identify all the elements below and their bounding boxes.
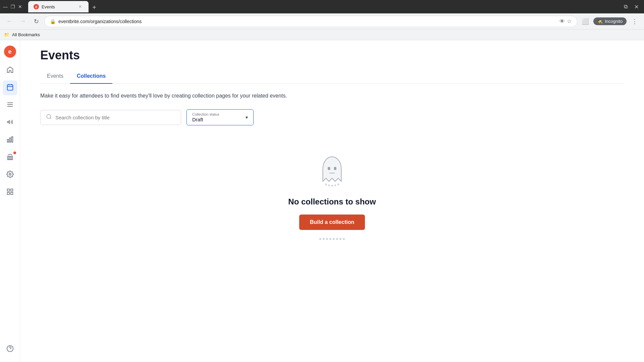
svg-point-25: [334, 184, 336, 186]
search-icon: [46, 114, 52, 121]
eye-slash-icon: 👁: [559, 18, 565, 24]
megaphone-icon: [6, 118, 14, 127]
sidebar-item-analytics[interactable]: [3, 133, 17, 147]
profile-button[interactable]: ⬜: [580, 16, 591, 27]
bookmarks-folder-icon: 📁: [4, 32, 9, 37]
calendar-icon: [6, 83, 14, 93]
svg-point-10: [9, 173, 11, 175]
tab-collections[interactable]: Collections: [70, 69, 112, 84]
new-tab-button[interactable]: +: [89, 2, 99, 12]
dot-3: [326, 238, 328, 240]
search-input[interactable]: [55, 115, 175, 120]
address-text: eventbrite.com/organizations/collections: [58, 19, 557, 24]
sidebar-item-list[interactable]: [3, 98, 17, 113]
page-title: Events: [40, 48, 624, 62]
restore-button[interactable]: ⧉: [621, 2, 630, 11]
status-label-text: Collection status: [192, 112, 242, 117]
svg-point-23: [328, 184, 330, 186]
filter-row: Collection status Draft ▾: [40, 109, 624, 125]
home-icon: [6, 66, 14, 75]
sidebar: e: [0, 40, 20, 362]
divider-dots: [319, 238, 345, 240]
page-description: Make it easy for attendees to find event…: [40, 92, 624, 100]
minimize-button[interactable]: —: [3, 4, 8, 9]
dot-4: [329, 238, 331, 240]
svg-rect-20: [334, 167, 336, 170]
dot-7: [339, 238, 341, 240]
empty-state: No collections to show Build a collectio…: [40, 139, 624, 260]
svg-rect-9: [11, 136, 13, 142]
sidebar-item-home[interactable]: [3, 63, 17, 78]
svg-rect-11: [7, 189, 9, 191]
svg-point-22: [325, 184, 327, 186]
incognito-label: Incognito: [605, 19, 623, 24]
chart-icon: [6, 136, 14, 145]
dot-6: [336, 238, 338, 240]
help-icon: [6, 345, 14, 354]
tab-events[interactable]: Events: [40, 69, 70, 84]
sidebar-item-calendar[interactable]: [3, 80, 17, 95]
browser-right-icons: ⬜ 🕵 Incognito ⋮: [580, 16, 640, 27]
empty-state-title: No collections to show: [288, 197, 376, 206]
sidebar-item-apps[interactable]: [3, 185, 17, 200]
bank-icon: [6, 153, 14, 162]
status-select-label: Collection status Draft: [192, 112, 242, 122]
address-icons: 👁 ☆: [559, 18, 572, 24]
window-controls: — ❐ ✕: [3, 4, 23, 9]
refresh-button[interactable]: ↻: [31, 16, 42, 27]
maximize-button[interactable]: ❐: [10, 4, 15, 9]
tab-title: Events: [42, 4, 74, 9]
status-value-text: Draft: [192, 117, 242, 122]
svg-point-17: [47, 114, 51, 118]
title-bar: — ❐ ✕ e Events ✕ + ⧉ ✕: [0, 0, 644, 13]
badge: [13, 152, 16, 154]
sidebar-item-finance[interactable]: [3, 150, 17, 165]
sidebar-logo[interactable]: e: [4, 46, 16, 58]
tab-bar: e Events ✕ +: [25, 1, 619, 12]
tab-favicon: e: [34, 4, 39, 9]
svg-rect-13: [7, 192, 9, 194]
apps-icon: [6, 188, 14, 197]
svg-rect-7: [7, 139, 8, 142]
svg-rect-14: [10, 192, 12, 194]
sidebar-item-megaphone[interactable]: [3, 115, 17, 130]
sidebar-item-help[interactable]: [3, 342, 17, 357]
build-collection-button[interactable]: Build a collection: [299, 215, 365, 230]
main-layout: e: [0, 40, 644, 362]
dot-8: [343, 238, 345, 240]
browser-tab-events[interactable]: e Events ✕: [28, 1, 89, 12]
ghost-illustration: [315, 152, 349, 189]
svg-line-18: [50, 118, 51, 119]
star-icon: ☆: [567, 18, 572, 24]
svg-point-26: [337, 184, 339, 186]
svg-rect-19: [328, 167, 330, 170]
bookmarks-label: All Bookmarks: [12, 32, 40, 37]
chevron-down-icon: ▾: [246, 115, 248, 120]
page-content: Events Events Collections Make it easy f…: [20, 40, 644, 362]
status-select[interactable]: Collection status Draft ▾: [186, 109, 254, 125]
close-button[interactable]: ✕: [17, 4, 23, 9]
lock-icon: 🔒: [50, 19, 56, 24]
dot-5: [333, 238, 335, 240]
list-icon: [6, 101, 14, 110]
search-box[interactable]: [40, 110, 181, 125]
tab-close-button[interactable]: ✕: [77, 4, 83, 10]
window-close-button[interactable]: ✕: [632, 2, 641, 11]
more-options-button[interactable]: ⋮: [629, 16, 640, 27]
address-bar[interactable]: 🔒 eventbrite.com/organizations/collectio…: [44, 16, 577, 27]
forward-button[interactable]: →: [17, 16, 28, 27]
incognito-icon: 🕵: [597, 19, 603, 24]
dot-2: [323, 238, 325, 240]
bookmarks-bar: 📁 All Bookmarks: [0, 29, 644, 40]
svg-rect-0: [7, 84, 13, 90]
svg-rect-12: [10, 189, 12, 191]
svg-point-24: [331, 185, 333, 187]
gear-icon: [6, 171, 14, 180]
sidebar-item-settings[interactable]: [3, 168, 17, 182]
incognito-button[interactable]: 🕵 Incognito: [593, 17, 627, 25]
title-bar-right: ⧉ ✕: [621, 2, 641, 11]
svg-rect-8: [9, 138, 11, 142]
dot-1: [319, 238, 321, 240]
tabs-row: Events Collections: [40, 69, 624, 84]
back-button[interactable]: ←: [4, 16, 15, 27]
